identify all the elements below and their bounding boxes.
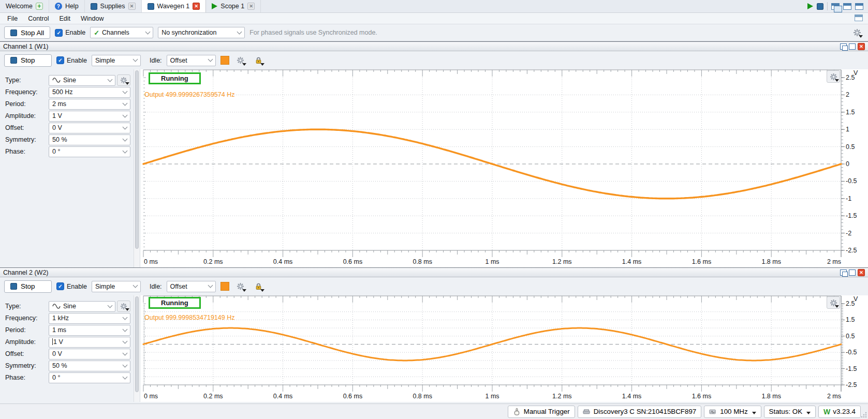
ch2-period-value: 1 ms [52,326,66,334]
ch2-offset-select[interactable]: 0 V [49,349,130,360]
restore-panel-icon[interactable] [840,43,847,50]
menu-file[interactable]: File [2,14,23,23]
ch2-period-select[interactable]: 1 ms [49,325,130,336]
tab-scope[interactable]: Scope 1 ✕ [206,0,261,12]
field-row: Frequency: 1 kHz [5,312,130,324]
ch2-waveform-plot[interactable]: 2.51.50.5-0.5-1.5-2.5V0 ms0.2 ms0.4 ms0.… [140,295,868,402]
menu-edit[interactable]: Edit [54,14,76,23]
device-label: Discovery3 C SN:210415BCF897 [594,408,697,415]
ch1-color-swatch[interactable] [220,56,229,65]
synchronization-select[interactable]: No synchronization [158,27,245,38]
wavegen-options-gear-button[interactable] [850,26,864,39]
ch2-color-swatch[interactable] [220,282,229,291]
ch1-panel-scrollbar[interactable] [134,69,140,267]
ch2-type-select[interactable]: Sine [49,301,115,312]
float-window-icon[interactable] [855,3,863,10]
ch2-enable-checkbox[interactable]: ✓ Enable [56,282,87,290]
ch2-plot-gear-button[interactable] [827,296,840,309]
menu-window[interactable]: Window [76,14,109,23]
scrollbar-thumb[interactable] [135,70,139,249]
device-button[interactable]: Discovery3 C SN:210415BCF897 [578,406,702,418]
ch2-panel-scrollbar[interactable] [134,295,140,402]
close-tab-icon[interactable]: ✕ [128,3,136,10]
ch2-frequency-label: Frequency: [5,315,49,322]
restore-panel-icon[interactable] [840,270,847,276]
ch1-period-select[interactable]: 2 ms [49,99,130,110]
close-tab-icon[interactable]: ✕ [193,3,200,10]
undock-panel-icon[interactable] [855,14,863,21]
clock-board-icon [709,409,717,415]
tab-wavegen[interactable]: Wavegen 1 ✕ [142,0,207,12]
svg-text:V: V [854,295,858,303]
tab-welcome[interactable]: Welcome + [0,0,49,12]
ch1-stop-button[interactable]: Stop [4,54,52,67]
dropdown-arrow-icon [835,79,839,82]
ch2-amplitude-select[interactable]: 1 V [49,337,130,348]
ch2-stop-button[interactable]: Stop [4,280,52,293]
ch1-frequency-select[interactable]: 500 Hz [49,87,130,98]
run-all-icon[interactable] [807,3,813,9]
close-panel-icon[interactable]: ✕ [858,43,865,50]
cascade-windows-icon[interactable] [831,3,840,10]
status-button[interactable]: Status: OK [764,406,816,418]
svg-text:2 ms: 2 ms [827,258,841,265]
chevron-down-icon [123,315,128,320]
svg-text:1.4 ms: 1.4 ms [622,393,642,400]
channel-2-header[interactable]: Channel 2 (W2) ✕ [0,267,868,277]
ch2-type-options-gear-button[interactable] [117,301,130,312]
ch1-type-select[interactable]: Sine [49,75,115,86]
channels-select[interactable]: ✓ Channels [90,27,153,38]
svg-text:1.4 ms: 1.4 ms [622,258,642,265]
text-cursor [52,338,53,345]
ch1-idle-select[interactable]: Offset [167,55,216,66]
ch1-plot-gear-button[interactable] [827,70,840,83]
ch1-type-value: Sine [63,77,76,84]
status-bar: Manual Trigger Discovery3 C SN:210415BCF… [0,403,868,419]
ch1-waveform-plot[interactable]: 2.521.510.50-0.5-1-1.5-2-2.5V0 ms0.2 ms0… [140,69,868,267]
maximize-panel-icon[interactable] [849,270,856,276]
tab-scope-label: Scope 1 [220,3,244,10]
ch1-phase-select[interactable]: 0 ° [49,146,130,157]
scrollbar-thumb[interactable] [135,296,139,392]
ch1-frequency-value: 500 Hz [52,88,73,96]
play-icon [212,3,217,9]
clock-frequency-button[interactable]: 100 MHz [704,406,761,418]
stop-all-icon[interactable] [817,3,823,10]
close-tab-icon[interactable]: ✕ [247,3,255,10]
ch2-settings-gear-button[interactable] [234,280,247,293]
resize-grip[interactable] [861,412,867,418]
field-row: Phase: 0 ° [5,146,130,157]
ch2-phase-select[interactable]: 0 ° [49,372,130,383]
ch1-enable-checkbox[interactable]: ✓ Enable [56,56,87,64]
ch2-symmetry-select[interactable]: 50 % [49,361,130,371]
ch2-lock-button[interactable] [252,280,266,293]
ch1-mode-select[interactable]: Simple [92,55,141,66]
chevron-down-icon [133,283,138,288]
ch2-frequency-select[interactable]: 1 kHz [49,313,130,324]
close-panel-icon[interactable]: ✕ [858,269,865,276]
ch1-offset-select[interactable]: 0 V [49,123,130,133]
channel-2-title: Channel 2 (W2) [3,269,49,276]
ch2-mode-select[interactable]: Simple [92,281,141,292]
svg-text:0 ms: 0 ms [144,393,158,400]
tab-supplies[interactable]: Supplies ✕ [85,0,142,12]
manual-trigger-button[interactable]: Manual Trigger [508,406,575,418]
ch2-idle-select[interactable]: Offset [167,281,216,292]
ch1-type-options-gear-button[interactable] [117,74,130,86]
ch1-period-label: Period: [5,100,49,108]
version-button[interactable]: W v3.23.4 [818,406,861,418]
dropdown-arrow-icon [752,412,756,414]
svg-text:1.6 ms: 1.6 ms [692,258,712,265]
ch1-settings-gear-button[interactable] [234,54,247,67]
maximize-panel-icon[interactable] [849,43,856,50]
menu-control[interactable]: Control [23,14,54,23]
ch1-symmetry-select[interactable]: 50 % [49,134,130,145]
tile-windows-icon[interactable] [843,3,851,10]
channel-1-header[interactable]: Channel 1 (W1) ✕ [0,41,868,51]
stop-all-button[interactable]: Stop All [4,26,50,39]
add-tab-icon[interactable]: + [36,3,43,10]
master-enable-checkbox[interactable]: ✓ Enable [55,29,85,37]
ch1-lock-button[interactable] [252,54,266,67]
tab-help[interactable]: ? Help [49,0,85,12]
ch1-amplitude-select[interactable]: 1 V [49,111,130,122]
